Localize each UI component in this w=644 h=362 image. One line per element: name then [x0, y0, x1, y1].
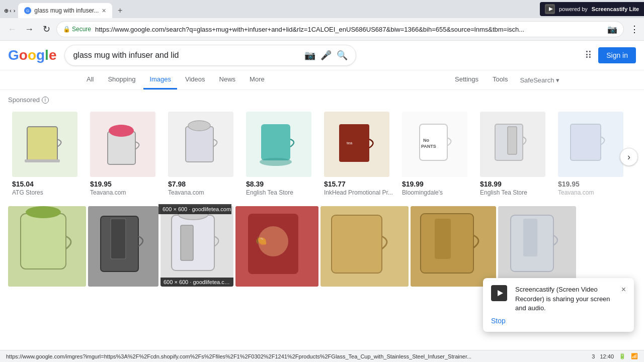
browser-chrome: ⊕ ‹ › G glass mug with infuser... × + ─ …: [0, 0, 644, 41]
camera-icon[interactable]: 📷: [607, 25, 617, 34]
product-card-5[interactable]: tea $15.77 InkHead Promotional Pr...: [320, 108, 398, 200]
product-card-3[interactable]: $7.98 Teavana.com: [164, 108, 242, 200]
svg-text:PANTS: PANTS: [421, 144, 436, 149]
product-seller-7: English Tea Store: [480, 189, 550, 196]
tab-images[interactable]: Images: [143, 70, 177, 89]
product-price-3: $7.98: [168, 180, 238, 188]
active-tab[interactable]: G glass mug with infuser... ×: [18, 3, 112, 18]
product-price-2: $19.95: [90, 180, 160, 188]
image-item-1[interactable]: [8, 206, 86, 287]
product-cards: $15.04 ATG Stores: [8, 108, 636, 200]
back-nav-small[interactable]: ‹: [10, 8, 12, 14]
image-item-5[interactable]: [320, 206, 409, 287]
product-img-6: No PANTS: [402, 112, 467, 177]
sc-title: Screencastify (Screen Video Recorder) is…: [515, 285, 621, 313]
back-btn[interactable]: ←: [5, 22, 19, 36]
product-seller-3: Teavana.com: [168, 189, 238, 196]
carousel-next-btn[interactable]: ›: [620, 148, 638, 166]
safe-search[interactable]: SafeSearch ▾: [516, 71, 564, 89]
sc-close-btn[interactable]: ×: [621, 285, 626, 294]
google-logo[interactable]: Google: [8, 47, 56, 63]
tab-title: glass mug with infuser...: [34, 7, 99, 14]
svg-rect-48: [435, 219, 451, 259]
header-right: ⠿ Sign in: [585, 47, 636, 63]
sponsored-label: Sponsored i: [8, 96, 636, 104]
product-price-1: $15.04: [12, 180, 82, 188]
svg-rect-16: [261, 124, 290, 160]
image-tooltip: 600 × 600 · goodlifetea.com: [160, 278, 233, 287]
sign-in-btn[interactable]: Sign in: [598, 47, 636, 63]
forward-nav-small[interactable]: ›: [14, 8, 16, 14]
secure-label: Secure: [72, 26, 91, 33]
time-display: 12:40: [600, 353, 614, 359]
svg-rect-39: [181, 225, 193, 260]
refresh-btn[interactable]: ↻: [39, 22, 53, 36]
tab-shopping[interactable]: Shopping: [102, 70, 141, 89]
svg-point-17: [260, 158, 292, 166]
tab-settings[interactable]: Settings: [449, 70, 485, 89]
svg-text:No: No: [423, 138, 429, 143]
url-text: https://www.google.com/search?q=glass+mu…: [95, 26, 603, 33]
product-seller-4: English Tea Store: [246, 189, 316, 196]
product-card-6[interactable]: No PANTS $19.99 Bloomingdale's: [398, 108, 476, 200]
status-right: 3 12:40 🔋 📶: [592, 353, 638, 359]
product-card-7[interactable]: $18.99 English Tea Store: [476, 108, 554, 200]
page-number: 3: [592, 353, 595, 359]
nav-bar: ← → ↻ 🔒 Secure https://www.google.com/se…: [0, 18, 644, 40]
product-img-1: [12, 112, 77, 177]
svg-text:G: G: [26, 9, 29, 13]
svg-point-38: [178, 209, 208, 220]
ext-logo: [545, 4, 555, 14]
address-bar[interactable]: 🔒 Secure https://www.google.com/search?q…: [56, 21, 624, 37]
videos-label: Videos: [185, 75, 205, 83]
tab-all[interactable]: All: [80, 70, 100, 89]
sponsored-text: Sponsored: [8, 96, 40, 104]
product-img-8: [558, 112, 623, 177]
google-header: Google 📷 🎤 🔍 ⠿ Sign in: [0, 41, 644, 70]
voice-search-icon[interactable]: 🎤: [320, 50, 332, 61]
svg-text:tea: tea: [347, 141, 353, 145]
product-seller-6: Bloomingdale's: [402, 189, 472, 196]
image-item-3[interactable]: 600 × 600 · goodlifetea.com: [160, 206, 233, 287]
sc-logo: [491, 285, 507, 301]
image-item-6[interactable]: [411, 206, 496, 287]
svg-point-32: [26, 206, 61, 218]
forward-btn[interactable]: →: [22, 22, 36, 36]
svg-rect-31: [21, 214, 66, 269]
product-price-5: $15.77: [324, 180, 394, 188]
ext-icon[interactable]: ⋮: [630, 24, 639, 35]
image-item-7[interactable]: [498, 206, 576, 287]
tab-close-btn[interactable]: ×: [102, 7, 106, 15]
image-item-2[interactable]: [88, 206, 158, 287]
ext-name: Screencastify Lite: [592, 6, 639, 12]
camera-search-icon[interactable]: 📷: [304, 50, 315, 61]
tab-news[interactable]: News: [213, 70, 242, 89]
search-tabs: All Shopping Images Videos News More Set…: [0, 70, 644, 90]
product-seller-5: InkHead Promotional Pr...: [324, 189, 394, 196]
product-price-4: $8.39: [246, 180, 316, 188]
tab-videos[interactable]: Videos: [179, 70, 211, 89]
product-card-4[interactable]: $8.39 English Tea Store: [242, 108, 320, 200]
search-box[interactable]: 📷 🎤 🔍: [64, 45, 356, 66]
image-item-4[interactable]: 🍋: [235, 206, 318, 287]
search-btn-icon[interactable]: 🔍: [337, 50, 348, 61]
sc-stop-btn[interactable]: Stop: [491, 317, 506, 325]
product-card-2[interactable]: $19.95 Teavana.com: [86, 108, 164, 200]
more-label: More: [250, 75, 265, 83]
product-card-1[interactable]: $15.04 ATG Stores: [8, 108, 86, 200]
svg-rect-45: [332, 215, 382, 273]
product-img-4: [246, 112, 311, 177]
images-label: Images: [149, 75, 171, 83]
tab-more[interactable]: More: [244, 70, 271, 89]
screencastify-popup: Screencastify (Screen Video Recorder) is…: [483, 278, 634, 332]
address-icons: 📷: [607, 25, 617, 34]
tab-tools[interactable]: Tools: [487, 70, 514, 89]
info-icon[interactable]: i: [42, 97, 49, 104]
status-bar: https://www.google.com/imgres?imgurl=htt…: [0, 350, 644, 362]
sponsored-carousel: $15.04 ATG Stores: [8, 108, 636, 200]
wifi-icon: 📶: [631, 353, 638, 359]
svg-point-14: [188, 121, 210, 131]
new-tab-btn[interactable]: +: [114, 5, 126, 17]
apps-icon[interactable]: ⠿: [585, 49, 592, 61]
search-input[interactable]: [73, 51, 299, 60]
